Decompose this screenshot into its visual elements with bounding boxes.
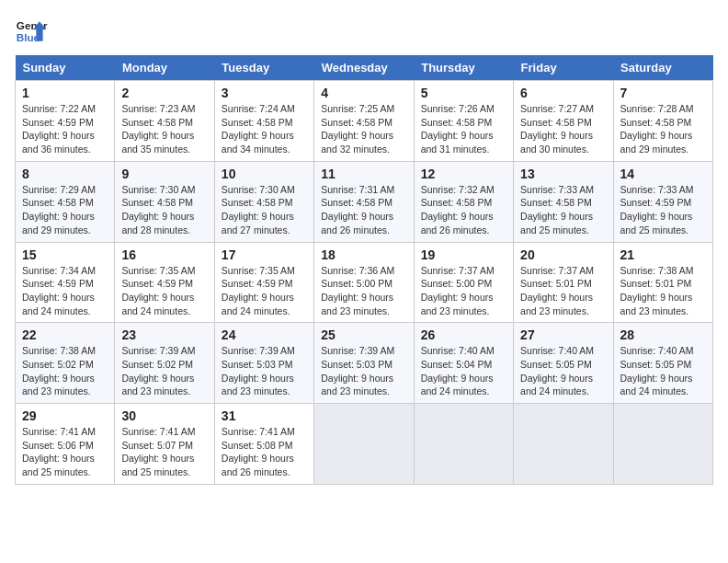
calendar-cell: 31Sunrise: 7:41 AM Sunset: 5:08 PM Dayli… — [214, 404, 313, 485]
calendar-cell: 11Sunrise: 7:31 AM Sunset: 4:58 PM Dayli… — [314, 161, 414, 242]
day-number: 8 — [22, 167, 108, 181]
day-number: 24 — [222, 327, 307, 342]
day-number: 31 — [222, 408, 307, 423]
calendar-cell: 20Sunrise: 7:37 AM Sunset: 5:01 PM Dayli… — [514, 242, 613, 323]
day-number: 15 — [22, 247, 108, 262]
day-info: Sunrise: 7:26 AM Sunset: 4:58 PM Dayligh… — [421, 102, 506, 156]
column-header-thursday: Thursday — [414, 55, 513, 81]
day-number: 30 — [121, 408, 207, 423]
day-number: 14 — [620, 167, 706, 181]
day-info: Sunrise: 7:38 AM Sunset: 5:01 PM Dayligh… — [620, 264, 706, 318]
day-info: Sunrise: 7:24 AM Sunset: 4:58 PM Dayligh… — [222, 102, 307, 156]
day-number: 7 — [620, 86, 706, 100]
day-info: Sunrise: 7:39 AM Sunset: 5:02 PM Dayligh… — [121, 344, 207, 398]
day-info: Sunrise: 7:36 AM Sunset: 5:00 PM Dayligh… — [321, 264, 406, 318]
calendar-cell: 25Sunrise: 7:39 AM Sunset: 5:03 PM Dayli… — [314, 323, 414, 404]
calendar-cell — [514, 404, 613, 485]
day-info: Sunrise: 7:41 AM Sunset: 5:06 PM Dayligh… — [22, 425, 108, 479]
calendar-cell: 17Sunrise: 7:35 AM Sunset: 4:59 PM Dayli… — [214, 242, 313, 323]
day-number: 17 — [222, 247, 307, 262]
column-header-wednesday: Wednesday — [314, 55, 414, 81]
calendar-cell: 15Sunrise: 7:34 AM Sunset: 4:59 PM Dayli… — [16, 242, 115, 323]
column-header-monday: Monday — [115, 55, 214, 81]
day-number: 20 — [520, 247, 606, 262]
day-info: Sunrise: 7:37 AM Sunset: 5:00 PM Dayligh… — [421, 264, 506, 318]
day-info: Sunrise: 7:33 AM Sunset: 4:59 PM Dayligh… — [620, 183, 706, 237]
calendar-cell: 4Sunrise: 7:25 AM Sunset: 4:58 PM Daylig… — [314, 81, 414, 162]
day-info: Sunrise: 7:25 AM Sunset: 4:58 PM Dayligh… — [321, 102, 406, 156]
day-info: Sunrise: 7:38 AM Sunset: 5:02 PM Dayligh… — [22, 344, 108, 398]
calendar-cell: 16Sunrise: 7:35 AM Sunset: 4:59 PM Dayli… — [115, 242, 214, 323]
day-info: Sunrise: 7:41 AM Sunset: 5:07 PM Dayligh… — [121, 425, 207, 479]
day-info: Sunrise: 7:40 AM Sunset: 5:04 PM Dayligh… — [421, 344, 506, 398]
day-info: Sunrise: 7:30 AM Sunset: 4:58 PM Dayligh… — [222, 183, 307, 237]
week-row-2: 8Sunrise: 7:29 AM Sunset: 4:58 PM Daylig… — [16, 161, 713, 242]
week-row-4: 22Sunrise: 7:38 AM Sunset: 5:02 PM Dayli… — [16, 323, 713, 404]
calendar-cell: 22Sunrise: 7:38 AM Sunset: 5:02 PM Dayli… — [16, 323, 115, 404]
day-number: 22 — [22, 327, 108, 342]
day-info: Sunrise: 7:41 AM Sunset: 5:08 PM Dayligh… — [222, 425, 307, 479]
week-row-3: 15Sunrise: 7:34 AM Sunset: 4:59 PM Dayli… — [16, 242, 713, 323]
day-number: 11 — [321, 167, 406, 181]
calendar-cell: 24Sunrise: 7:39 AM Sunset: 5:03 PM Dayli… — [214, 323, 313, 404]
calendar-cell: 27Sunrise: 7:40 AM Sunset: 5:05 PM Dayli… — [514, 323, 613, 404]
day-info: Sunrise: 7:37 AM Sunset: 5:01 PM Dayligh… — [520, 264, 606, 318]
day-number: 28 — [620, 327, 706, 342]
day-info: Sunrise: 7:40 AM Sunset: 5:05 PM Dayligh… — [520, 344, 606, 398]
column-header-friday: Friday — [514, 55, 613, 81]
column-header-sunday: Sunday — [16, 55, 115, 81]
calendar-cell: 12Sunrise: 7:32 AM Sunset: 4:58 PM Dayli… — [414, 161, 513, 242]
day-number: 26 — [421, 327, 506, 342]
logo: General Blue — [15, 15, 48, 48]
logo-icon: General Blue — [15, 15, 48, 48]
day-info: Sunrise: 7:22 AM Sunset: 4:59 PM Dayligh… — [22, 102, 108, 156]
day-number: 12 — [421, 167, 506, 181]
day-info: Sunrise: 7:27 AM Sunset: 4:58 PM Dayligh… — [520, 102, 606, 156]
calendar-cell: 26Sunrise: 7:40 AM Sunset: 5:04 PM Dayli… — [414, 323, 513, 404]
day-number: 25 — [321, 327, 406, 342]
calendar-table: SundayMondayTuesdayWednesdayThursdayFrid… — [15, 55, 713, 485]
day-info: Sunrise: 7:29 AM Sunset: 4:58 PM Dayligh… — [22, 183, 108, 237]
day-number: 21 — [620, 247, 706, 262]
header-row: SundayMondayTuesdayWednesdayThursdayFrid… — [16, 55, 713, 81]
calendar-cell: 8Sunrise: 7:29 AM Sunset: 4:58 PM Daylig… — [16, 161, 115, 242]
day-info: Sunrise: 7:33 AM Sunset: 4:58 PM Dayligh… — [520, 183, 606, 237]
day-number: 19 — [421, 247, 506, 262]
day-info: Sunrise: 7:28 AM Sunset: 4:58 PM Dayligh… — [620, 102, 706, 156]
week-row-5: 29Sunrise: 7:41 AM Sunset: 5:06 PM Dayli… — [16, 404, 713, 485]
calendar-cell: 10Sunrise: 7:30 AM Sunset: 4:58 PM Dayli… — [214, 161, 313, 242]
calendar-cell: 19Sunrise: 7:37 AM Sunset: 5:00 PM Dayli… — [414, 242, 513, 323]
page-header: General Blue — [15, 15, 713, 48]
day-number: 6 — [520, 86, 606, 100]
day-number: 10 — [222, 167, 307, 181]
day-info: Sunrise: 7:39 AM Sunset: 5:03 PM Dayligh… — [321, 344, 406, 398]
svg-text:General: General — [17, 19, 48, 31]
day-info: Sunrise: 7:40 AM Sunset: 5:05 PM Dayligh… — [620, 344, 706, 398]
calendar-cell: 23Sunrise: 7:39 AM Sunset: 5:02 PM Dayli… — [115, 323, 214, 404]
day-info: Sunrise: 7:35 AM Sunset: 4:59 PM Dayligh… — [222, 264, 307, 318]
calendar-cell: 14Sunrise: 7:33 AM Sunset: 4:59 PM Dayli… — [613, 161, 712, 242]
column-header-tuesday: Tuesday — [214, 55, 313, 81]
day-number: 18 — [321, 247, 406, 262]
calendar-cell — [314, 404, 414, 485]
day-number: 16 — [121, 247, 207, 262]
day-info: Sunrise: 7:31 AM Sunset: 4:58 PM Dayligh… — [321, 183, 406, 237]
column-header-saturday: Saturday — [613, 55, 712, 81]
week-row-1: 1Sunrise: 7:22 AM Sunset: 4:59 PM Daylig… — [16, 81, 713, 162]
calendar-cell: 21Sunrise: 7:38 AM Sunset: 5:01 PM Dayli… — [613, 242, 712, 323]
calendar-cell: 30Sunrise: 7:41 AM Sunset: 5:07 PM Dayli… — [115, 404, 214, 485]
day-number: 5 — [421, 86, 506, 100]
calendar-cell: 3Sunrise: 7:24 AM Sunset: 4:58 PM Daylig… — [214, 81, 313, 162]
day-number: 29 — [22, 408, 108, 423]
calendar-cell: 13Sunrise: 7:33 AM Sunset: 4:58 PM Dayli… — [514, 161, 613, 242]
calendar-cell — [613, 404, 712, 485]
day-number: 27 — [520, 327, 606, 342]
day-info: Sunrise: 7:32 AM Sunset: 4:58 PM Dayligh… — [421, 183, 506, 237]
calendar-cell: 7Sunrise: 7:28 AM Sunset: 4:58 PM Daylig… — [613, 81, 712, 162]
day-number: 2 — [121, 86, 207, 100]
day-number: 3 — [222, 86, 307, 100]
calendar-cell: 18Sunrise: 7:36 AM Sunset: 5:00 PM Dayli… — [314, 242, 414, 323]
day-number: 23 — [121, 327, 207, 342]
calendar-cell: 5Sunrise: 7:26 AM Sunset: 4:58 PM Daylig… — [414, 81, 513, 162]
calendar-cell: 6Sunrise: 7:27 AM Sunset: 4:58 PM Daylig… — [514, 81, 613, 162]
